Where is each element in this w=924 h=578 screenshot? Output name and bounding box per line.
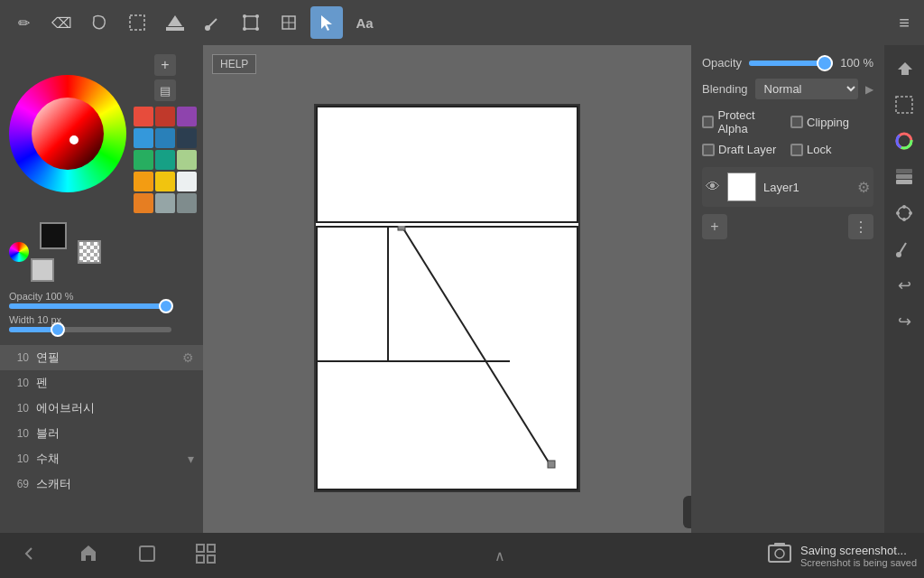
add-layer-btn[interactable]: + xyxy=(702,214,727,239)
width-track[interactable] xyxy=(9,327,171,332)
color-wheel[interactable] xyxy=(9,75,126,192)
swatch-4[interactable] xyxy=(155,128,175,148)
status-right: Saving screenshot... Screenshot is being… xyxy=(766,540,924,572)
palette-icon[interactable] xyxy=(9,242,29,262)
protect-alpha-checkbox[interactable] xyxy=(702,116,714,128)
sidebar-undo-icon[interactable]: ↩ xyxy=(888,269,920,302)
back-btn[interactable] xyxy=(19,543,41,569)
layer-visibility-icon[interactable]: 👁 xyxy=(706,179,720,195)
fill-btn[interactable] xyxy=(159,6,191,39)
layer-options-btn[interactable]: ⋮ xyxy=(848,214,873,239)
svg-rect-48 xyxy=(197,545,204,552)
home-btn[interactable] xyxy=(78,543,99,569)
swatch-1[interactable] xyxy=(155,107,175,126)
svg-point-4 xyxy=(205,25,210,31)
swatch-5[interactable] xyxy=(177,128,197,148)
smudge-tool-btn[interactable]: ⌫ xyxy=(45,6,78,39)
recent-btn[interactable] xyxy=(136,543,158,569)
brush-item-watercolor[interactable]: 10 수채 ▾ xyxy=(0,446,203,471)
right-panel: Opacity 100 % Blending Normal Multiply S… xyxy=(691,45,884,551)
width-slider-label: Width 10 px xyxy=(9,314,194,325)
svg-point-6 xyxy=(243,14,246,18)
checkboxes-section: Protect Alpha Clipping Draft Layer Lock xyxy=(702,108,873,156)
swatch-2[interactable] xyxy=(177,107,197,126)
svg-rect-47 xyxy=(140,546,154,561)
chevron-icon[interactable]: ∧ xyxy=(494,547,505,564)
swatch-8[interactable] xyxy=(177,150,197,170)
lasso-tool-btn[interactable] xyxy=(83,6,116,39)
sidebar-color-icon[interactable] xyxy=(888,125,920,157)
opacity-label: Opacity xyxy=(702,56,742,70)
swatch-12[interactable] xyxy=(134,193,153,213)
blending-arrow-icon: ▶ xyxy=(865,83,873,96)
drawing-canvas[interactable] xyxy=(314,104,580,492)
opacity-slider[interactable] xyxy=(749,61,833,66)
swatch-14[interactable] xyxy=(177,193,197,213)
draft-layer-row: Draft Layer xyxy=(702,143,783,156)
freeform-btn[interactable] xyxy=(273,6,305,39)
status-center: ∧ xyxy=(235,547,766,564)
svg-point-9 xyxy=(255,27,259,31)
swatch-13[interactable] xyxy=(155,193,175,213)
pencil-tool-btn[interactable]: ✏ xyxy=(7,6,40,39)
brush-settings-icon[interactable]: ⚙ xyxy=(182,350,194,365)
opacity-slider-row: Opacity 100 % xyxy=(9,291,194,309)
svg-rect-52 xyxy=(769,545,790,562)
svg-rect-50 xyxy=(197,555,204,563)
width-slider-row: Width 10 px xyxy=(9,314,194,332)
transparent-color[interactable] xyxy=(78,240,101,264)
draft-layer-checkbox[interactable] xyxy=(702,144,715,156)
sidebar-eyedropper-icon[interactable] xyxy=(888,233,920,266)
svg-rect-0 xyxy=(130,15,144,30)
menu-button[interactable]: ≡ xyxy=(884,0,924,45)
sidebar-layers-icon[interactable] xyxy=(888,161,920,193)
brush-item-blur[interactable]: 10 블러 xyxy=(0,421,203,446)
sliders-section: Opacity 100 % Width 10 px xyxy=(0,287,203,341)
transform-btn[interactable] xyxy=(235,6,267,39)
clipping-checkbox[interactable] xyxy=(790,116,803,128)
svg-rect-32 xyxy=(896,97,912,113)
blending-select[interactable]: Normal Multiply Screen Overlay xyxy=(755,79,858,99)
foreground-color[interactable] xyxy=(40,222,67,249)
swatch-0[interactable] xyxy=(134,107,153,126)
background-color[interactable] xyxy=(31,258,54,282)
sidebar-share-icon[interactable] xyxy=(888,52,920,85)
swatch-11[interactable] xyxy=(177,172,197,191)
color-picker-btn[interactable] xyxy=(197,6,229,39)
scan-btn[interactable] xyxy=(195,543,217,569)
brush-item-pen[interactable]: 10 펜 xyxy=(0,370,203,396)
svg-point-39 xyxy=(898,207,910,219)
opacity-track[interactable] xyxy=(9,303,171,309)
svg-point-8 xyxy=(243,27,246,31)
swatch-10[interactable] xyxy=(155,172,175,191)
brush-item-airbrush[interactable]: 10 에어브러시 xyxy=(0,396,203,421)
text-btn[interactable]: Aa xyxy=(348,6,381,39)
draft-layer-label: Draft Layer xyxy=(718,143,776,156)
brush-item-pencil[interactable]: 10 연필 ⚙ xyxy=(0,345,203,370)
pointer-btn[interactable] xyxy=(310,6,343,39)
swatch-3[interactable] xyxy=(134,128,153,148)
rect-select-btn[interactable] xyxy=(121,6,153,39)
brush-expand-icon[interactable]: ▾ xyxy=(188,452,194,466)
svg-point-43 xyxy=(909,211,912,215)
svg-rect-2 xyxy=(166,27,184,31)
brush-item-scatter[interactable]: 69 스캐터 xyxy=(0,471,203,497)
layer-settings-icon[interactable]: ⚙ xyxy=(857,179,870,196)
color-section: + ▤ xyxy=(0,45,203,222)
layer-item[interactable]: 👁 Layer1 ⚙ xyxy=(702,167,873,207)
add-swatch-btn[interactable]: + xyxy=(154,54,176,76)
status-bar: ∧ Saving screenshot... Screenshot is bei… xyxy=(0,533,924,578)
clipping-label: Clipping xyxy=(807,116,849,129)
remove-swatch-btn[interactable]: ▤ xyxy=(154,79,176,101)
help-badge[interactable]: HELP xyxy=(212,54,256,74)
lock-checkbox[interactable] xyxy=(790,144,803,156)
sidebar-redo-icon[interactable]: ↪ xyxy=(888,305,920,338)
canvas-area[interactable]: HELP xyxy=(203,45,691,578)
sidebar-transform-icon[interactable] xyxy=(888,197,920,229)
sidebar-selection-icon[interactable] xyxy=(888,89,920,121)
top-toolbar: ✏ ⌫ Aa xyxy=(0,0,884,45)
swatch-7[interactable] xyxy=(155,150,175,170)
swatch-9[interactable] xyxy=(134,172,153,191)
svg-rect-37 xyxy=(896,174,912,179)
swatch-6[interactable] xyxy=(134,150,153,170)
